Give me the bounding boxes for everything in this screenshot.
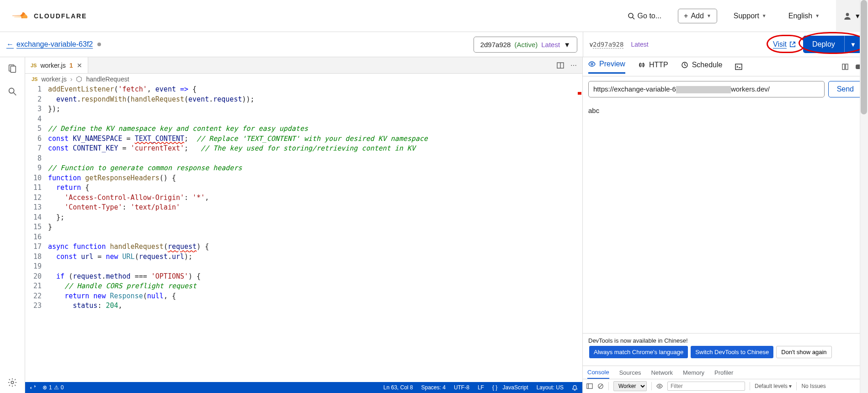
page-scrollbar[interactable]	[860, 0, 868, 393]
explorer-icon[interactable]	[7, 64, 17, 74]
channel-label: Latest	[631, 41, 648, 48]
back-link[interactable]: ← exchange-variable-63f2	[6, 40, 93, 48]
devtools-tab-sources[interactable]: Sources	[619, 366, 641, 379]
search-icon	[628, 12, 635, 20]
problems-status[interactable]: ⊗1 ⚠0	[43, 384, 64, 391]
indentation-status[interactable]: Spaces: 4	[421, 384, 446, 391]
preview-pane: Preview HTTP Schedule https://e	[583, 57, 868, 393]
redacted-segment	[676, 86, 731, 93]
version-selector[interactable]: 2d97a928 (Active) Latest ▼	[474, 37, 577, 53]
layout-status[interactable]: Layout: US	[537, 384, 564, 391]
url-bar: https://exchange-variable-6workers.dev/ …	[583, 76, 868, 102]
devtools-tab-profiler[interactable]: Profiler	[714, 366, 733, 379]
more-icon[interactable]: ⋯	[570, 62, 577, 69]
svg-point-2	[846, 13, 849, 16]
cursor-position[interactable]: Ln 63, Col 8	[383, 384, 413, 391]
language-status[interactable]: { } JavaScript	[492, 384, 528, 391]
chevron-down-icon: ▼	[564, 41, 570, 48]
devtools-tabs: Console Sources Network Memory Profiler	[583, 366, 868, 379]
gear-icon[interactable]	[7, 377, 17, 388]
match-language-button[interactable]: Always match Chrome's language	[589, 346, 688, 358]
log-levels[interactable]: Default levels ▾	[755, 383, 792, 389]
symbol-icon	[76, 76, 82, 82]
chevron-down-icon: ▼	[850, 41, 856, 48]
support-dropdown[interactable]: Support ▼	[728, 9, 772, 23]
dismiss-banner-button[interactable]: Don't show again	[776, 346, 831, 358]
deploy-group: Deploy ▼	[803, 36, 862, 53]
split-editor-icon[interactable]	[557, 62, 564, 69]
svg-line-6	[14, 93, 16, 96]
tab-worker-js[interactable]: JS worker.js 1 ✕	[25, 57, 88, 73]
js-file-icon: JS	[31, 63, 37, 68]
chevron-down-icon: ▼	[707, 13, 711, 18]
deploy-dropdown[interactable]: ▼	[844, 36, 862, 53]
svg-line-1	[633, 17, 634, 19]
activity-bar	[0, 57, 25, 393]
eol-status[interactable]: LF	[478, 384, 484, 391]
terminal-icon[interactable]	[735, 63, 742, 70]
svg-point-20	[659, 385, 660, 387]
bell-icon[interactable]	[572, 384, 578, 391]
arrow-left-icon: ←	[6, 40, 14, 48]
error-icon: ⊗	[43, 384, 47, 391]
brand-logo[interactable]: CLOUDFLARE	[9, 11, 87, 22]
devtools-tab-network[interactable]: Network	[651, 366, 673, 379]
plus-icon: +	[684, 12, 688, 20]
tab-schedule[interactable]: Schedule	[681, 61, 723, 73]
sidebar-toggle-icon[interactable]	[586, 383, 593, 389]
svg-point-0	[628, 13, 633, 18]
svg-rect-12	[735, 64, 742, 70]
error-marker	[578, 92, 581, 95]
goto-button[interactable]: Go to...	[622, 9, 667, 23]
app-header: CLOUDFLARE Go to... + Add ▼ Support ▼ En…	[0, 0, 868, 32]
breadcrumb[interactable]: JS worker.js › handleRequest	[25, 74, 582, 85]
svg-rect-4	[11, 66, 16, 73]
devtools-tab-memory[interactable]: Memory	[683, 366, 704, 379]
svg-point-7	[11, 381, 14, 384]
eye-icon[interactable]	[656, 383, 663, 389]
clear-console-icon[interactable]	[597, 383, 604, 389]
switch-language-button[interactable]: Switch DevTools to Chinese	[691, 346, 773, 358]
preview-url-input[interactable]: https://exchange-variable-6workers.dev/	[588, 81, 825, 97]
preview-response: abc	[583, 102, 868, 333]
console-toolbar: Worker Default levels ▾ No Issues	[583, 379, 868, 393]
add-button[interactable]: + Add ▼	[678, 9, 717, 23]
tab-preview[interactable]: Preview	[588, 60, 625, 74]
code-body[interactable]: addEventListener('fetch', event => { eve…	[48, 85, 582, 382]
status-bar: ⊗1 ⚠0 Ln 63, Col 8 Spaces: 4 UTF-8 LF { …	[25, 382, 582, 393]
worker-subheader: ← exchange-variable-63f2 2d97a928 (Activ…	[0, 32, 868, 57]
search-icon[interactable]	[7, 86, 17, 97]
svg-rect-16	[587, 384, 592, 389]
warning-icon: ⚠	[54, 384, 59, 391]
visit-link[interactable]: Visit	[773, 40, 796, 48]
context-selector[interactable]: Worker	[613, 381, 647, 391]
issues-status[interactable]: No Issues	[801, 383, 825, 389]
version-label: v2d97a928	[590, 41, 623, 48]
unsaved-indicator	[97, 43, 101, 46]
language-dropdown[interactable]: English ▼	[783, 9, 825, 23]
scrollbar-thumb[interactable]	[861, 0, 867, 114]
deploy-button[interactable]: Deploy	[803, 36, 844, 53]
docs-icon[interactable]	[841, 63, 849, 70]
js-file-icon: JS	[32, 76, 37, 82]
line-gutter: 1234567891011121314151617181920212223	[25, 85, 48, 382]
http-icon	[638, 61, 645, 69]
remote-indicator[interactable]	[30, 384, 36, 391]
encoding-status[interactable]: UTF-8	[454, 384, 469, 391]
svg-rect-13	[842, 64, 845, 70]
preview-tabs: Preview HTTP Schedule	[583, 57, 868, 76]
devtools-tab-console[interactable]: Console	[587, 366, 609, 379]
close-icon[interactable]: ✕	[77, 62, 82, 69]
clock-icon	[681, 61, 688, 69]
console-filter[interactable]	[667, 382, 745, 391]
send-button[interactable]: Send	[828, 81, 863, 97]
external-link-icon	[789, 41, 796, 48]
tab-http[interactable]: HTTP	[638, 61, 668, 73]
svg-point-10	[591, 63, 593, 65]
brand-text: CLOUDFLARE	[34, 12, 87, 20]
chevron-down-icon: ▼	[815, 13, 820, 18]
devtools-banner: DevTools is now available in Chinese! Al…	[583, 334, 868, 366]
svg-rect-14	[846, 64, 848, 70]
svg-point-5	[9, 88, 14, 93]
code-editor[interactable]: 1234567891011121314151617181920212223 ad…	[25, 85, 582, 382]
